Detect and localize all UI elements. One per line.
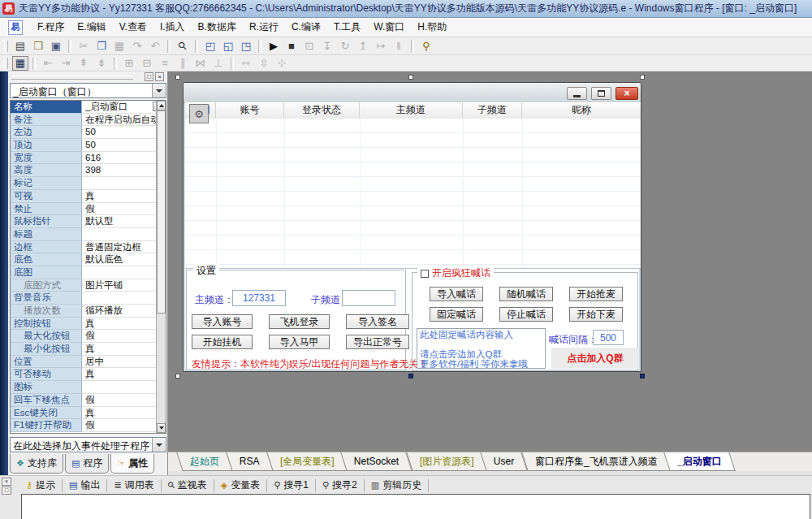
property-row[interactable]: 底色 默认底色 ... (11, 253, 166, 266)
file-tab[interactable]: [图片资源表] (406, 452, 487, 471)
listview-column-header[interactable]: 子频道 (463, 102, 522, 119)
property-value[interactable]: 真 ... (82, 318, 166, 331)
file-tab[interactable]: [全局变量表] (266, 452, 348, 471)
form-maximize-button[interactable] (591, 87, 611, 100)
property-value[interactable]: 循环播放 ... (82, 305, 166, 318)
form-close-button[interactable]: × (615, 87, 638, 100)
property-row[interactable]: 宽度 616 ... (11, 152, 166, 165)
property-row[interactable]: 标记 ... (11, 177, 166, 190)
menu-item[interactable]: I.插入 (153, 19, 192, 36)
property-value[interactable]: ... (82, 266, 166, 279)
property-row[interactable]: 背景音乐 ... (11, 292, 166, 305)
form-button[interactable]: 导入账号 (192, 314, 253, 329)
property-row[interactable]: 底图 ... (11, 266, 166, 279)
output-tab[interactable]: ▥ 剪辑历史 (365, 479, 429, 492)
selection-handle-top-center[interactable] (408, 75, 413, 80)
menu-item[interactable]: E.编辑 (71, 19, 112, 36)
property-row[interactable]: 位置 居中 ... (11, 356, 166, 369)
selection-handle-bottom-center[interactable] (408, 374, 413, 378)
form-button[interactable]: 停止喊话 (499, 307, 553, 322)
form-button[interactable]: 飞机登录 (269, 314, 330, 329)
property-value[interactable]: 真 ... (82, 343, 166, 356)
panel-float-button[interactable]: □ (145, 72, 153, 81)
copy-icon[interactable]: ❐ (93, 39, 110, 54)
menu-item[interactable]: H.帮助 (411, 19, 453, 36)
property-value[interactable]: ... (82, 292, 166, 305)
property-value[interactable]: 真 ... (82, 368, 166, 381)
window-layout-bottom-icon[interactable]: ◱ (220, 39, 236, 54)
scroll-down-button[interactable] (157, 423, 166, 433)
property-value[interactable]: 普通固定边框 ... (82, 241, 166, 254)
property-row[interactable]: 回车下移焦点 假 ... (11, 394, 166, 407)
property-value[interactable]: 居中 ... (82, 356, 166, 369)
file-tab[interactable]: User (481, 452, 529, 471)
find-symbol-icon[interactable]: ⚲ (418, 39, 434, 54)
file-tab[interactable]: 起始页 (176, 452, 232, 471)
selection-handle-top-left[interactable] (175, 75, 180, 80)
menu-item[interactable]: B.数据库 (192, 19, 243, 36)
cut-icon[interactable]: ✂ (76, 39, 92, 54)
align-right-icon[interactable]: ⇥ (58, 56, 74, 71)
panel-close-button[interactable]: × (155, 72, 164, 81)
output-tab[interactable]: ◈ 变量表 (214, 479, 267, 492)
file-tab[interactable]: NetSocket (341, 452, 413, 471)
dropdown-button[interactable] (152, 84, 166, 97)
same-height-icon[interactable]: ⊥ (210, 56, 227, 71)
scroll-up-button[interactable] (157, 101, 166, 110)
file-tab[interactable]: RSA (226, 452, 273, 471)
space-vertical-icon[interactable]: ∥ (175, 56, 191, 71)
align-top-icon[interactable]: ⇞ (76, 56, 92, 71)
property-value[interactable]: 默认底色 ... (82, 253, 166, 266)
panel-tab[interactable]: ☞ 属性 (110, 454, 154, 474)
shout-interval-input[interactable]: 500 (593, 330, 624, 345)
property-row[interactable]: 控制按钮 真 ... (11, 318, 166, 331)
menu-item[interactable]: R.运行 (243, 19, 285, 36)
listview-column-header[interactable]: 昵称 (522, 102, 641, 119)
paste-icon[interactable]: ▦ (111, 39, 127, 54)
form-button[interactable]: 导入签名 (346, 314, 409, 329)
form-button[interactable]: 导入喊话 (430, 287, 483, 301)
property-row[interactable]: Esc键关闭 真 ... (11, 407, 166, 420)
property-value[interactable]: 50 ... (82, 139, 166, 152)
form-button[interactable]: 导入马甲 (269, 335, 330, 349)
window-layout-left-icon[interactable]: ◰ (202, 39, 218, 54)
property-row[interactable]: 可视 真 ... (11, 190, 166, 203)
object-selector[interactable]: _启动窗口（窗口） (10, 83, 166, 98)
window-layout-grid-icon[interactable]: ◳ (238, 39, 254, 54)
selection-handle-top-right[interactable] (640, 75, 645, 80)
property-value[interactable]: 假 ... (82, 203, 166, 216)
property-value[interactable]: 真 ... (82, 190, 166, 203)
panel-tab[interactable]: ❖ 支持库 (10, 454, 63, 474)
property-row[interactable]: 最大化按钮 假 ... (11, 330, 166, 343)
property-value[interactable]: ... (82, 228, 166, 241)
output-tab[interactable]: ▤ 输出 (63, 479, 107, 492)
form-titlebar[interactable]: × (184, 83, 641, 103)
property-row[interactable]: 高度 398 ... (11, 164, 166, 177)
file-tab[interactable]: 窗口程序集_飞机票进入频道 (521, 452, 671, 471)
property-value[interactable]: _启动窗口 ... (82, 101, 166, 114)
file-tab[interactable]: _启动窗口 (664, 452, 736, 471)
property-value[interactable]: ... (82, 381, 166, 394)
center-vertical-icon[interactable]: ⊟ (139, 56, 155, 71)
main-channel-input[interactable]: 127331 (232, 290, 286, 306)
space-horizontal-icon[interactable]: ≡ (157, 56, 173, 71)
output-tab[interactable]: ⚲ 监视表 (162, 479, 214, 492)
property-row[interactable]: 鼠标指针 默认型 ... (11, 215, 166, 228)
form-editor-icon[interactable]: ▦ (12, 56, 28, 71)
panel-grip[interactable] (11, 76, 133, 80)
property-value[interactable]: 616 ... (82, 152, 166, 165)
debug-window-icon[interactable]: ⊡ (301, 39, 317, 54)
join-qq-group-button[interactable]: 点击加入Q群 (551, 348, 639, 369)
output-content[interactable] (21, 494, 810, 519)
align-bottom-icon[interactable]: ⇟ (93, 56, 110, 71)
output-tab[interactable]: ⚲ 搜寻1 (267, 479, 316, 492)
listview-column-header[interactable]: 账号 (216, 102, 284, 119)
property-row[interactable]: 禁止 假 ... (11, 203, 166, 216)
selection-handle-bottom-right[interactable] (640, 374, 645, 378)
step-into-icon[interactable]: ↧ (319, 39, 335, 54)
form-button[interactable]: 开始挂机 (192, 335, 253, 349)
run-to-cursor-icon[interactable]: ↦ (373, 39, 389, 54)
property-row[interactable]: 播放次数 循环播放 ... (11, 305, 166, 318)
property-value[interactable]: ... (82, 177, 166, 190)
output-tab[interactable]: ≣ 调用表 (107, 479, 161, 492)
